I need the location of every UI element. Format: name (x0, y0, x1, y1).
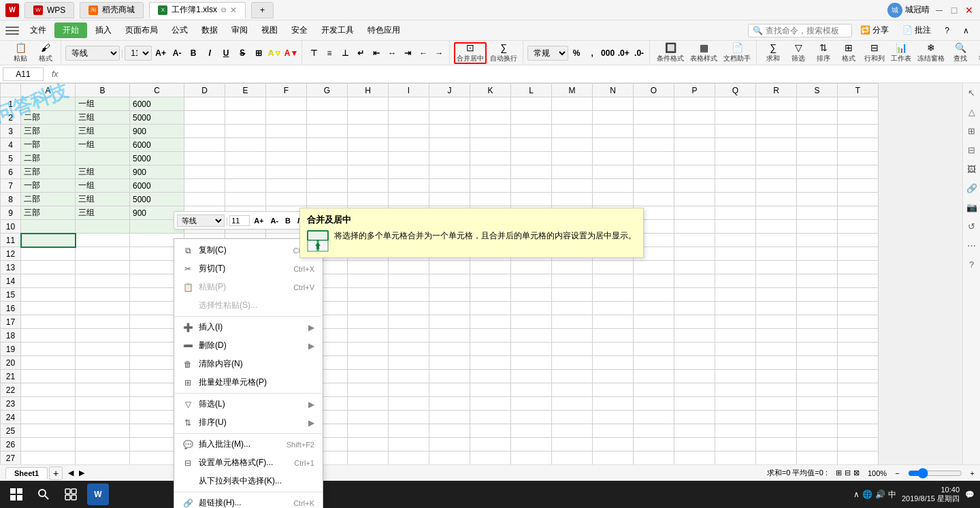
cell-3-extra13[interactable] (715, 125, 756, 138)
cell-24-extra13[interactable] (715, 411, 756, 424)
cell-3-extra16[interactable] (838, 125, 879, 138)
cell-6-extra16[interactable] (838, 165, 879, 179)
cell-4-extra8[interactable] (511, 138, 552, 152)
italic-button[interactable]: I (202, 46, 217, 61)
font-family-select[interactable]: 等线 (65, 46, 120, 61)
cell-19-extra5[interactable] (389, 343, 429, 356)
cell-13-extra6[interactable] (429, 261, 470, 274)
cell-21-extra15[interactable] (797, 370, 838, 383)
cell-4-extra2[interactable] (266, 138, 307, 152)
cell-24-extra8[interactable] (511, 411, 552, 424)
cell-20-extra7[interactable] (470, 356, 511, 370)
cell-21-extra16[interactable] (838, 370, 879, 383)
cell-8-extra10[interactable] (593, 193, 634, 206)
cell-24-extra9[interactable] (552, 411, 593, 424)
user-avatar[interactable]: 城 (887, 3, 902, 18)
cell-17-a[interactable] (21, 315, 76, 329)
col-header-r[interactable]: R (756, 84, 797, 97)
cell-5-extra11[interactable] (634, 152, 674, 165)
menu-security[interactable]: 安全 (286, 22, 313, 38)
cell-9-extra14[interactable] (756, 206, 797, 220)
cell-3-extra1[interactable] (225, 125, 266, 138)
cell-3-extra10[interactable] (593, 125, 634, 138)
cell-24-extra10[interactable] (593, 411, 634, 424)
cell-23-extra12[interactable] (674, 397, 715, 411)
cell-27-extra6[interactable] (429, 451, 470, 465)
cell-23-extra11[interactable] (634, 397, 674, 411)
align-right-button[interactable]: ⇥ (400, 46, 415, 61)
cell-3-extra7[interactable] (470, 125, 511, 138)
mini-font-select[interactable]: 等线 (177, 215, 225, 227)
cell-1-c[interactable]: 6000 (130, 97, 184, 111)
cell-6-extra12[interactable] (674, 165, 715, 179)
cell-27-extra13[interactable] (715, 451, 756, 465)
cell-17-extra7[interactable] (470, 315, 511, 329)
worksheet-button[interactable]: 📊 工作表 (888, 42, 914, 64)
search-taskbar-icon[interactable] (33, 483, 54, 505)
cell-7-extra0[interactable] (184, 179, 225, 193)
cell-1-extra14[interactable] (756, 97, 797, 111)
cell-8-extra4[interactable] (348, 193, 389, 206)
cell-8-extra16[interactable] (838, 193, 879, 206)
cell-19-a[interactable] (21, 343, 76, 356)
cell-5-extra12[interactable] (674, 152, 715, 165)
cell-22-a[interactable] (21, 383, 76, 397)
col-header-f[interactable]: F (266, 84, 307, 97)
cell-24-extra11[interactable] (634, 411, 674, 424)
cell-13-extra7[interactable] (470, 261, 511, 274)
cell-8-b[interactable]: 三组 (76, 193, 130, 206)
cell-25-extra14[interactable] (756, 424, 797, 438)
format-button[interactable]: 🖌 格式 (33, 42, 58, 64)
cell-19-extra13[interactable] (715, 343, 756, 356)
cell-13-b[interactable] (76, 261, 130, 274)
cell-18-a[interactable] (21, 329, 76, 343)
cell-14-a[interactable] (21, 274, 76, 288)
cell-25-extra15[interactable] (797, 424, 838, 438)
align-left-button[interactable]: ⇤ (369, 46, 384, 61)
cell-9-extra16[interactable] (838, 206, 879, 220)
cell-2-extra10[interactable] (593, 111, 634, 125)
menu-data[interactable]: 数据 (196, 22, 223, 38)
cell-1-extra7[interactable] (470, 97, 511, 111)
cell-3-extra8[interactable] (511, 125, 552, 138)
ctx-hyperlink[interactable]: 🔗 超链接(H)... Ctrl+K (174, 494, 323, 508)
cell-14-extra11[interactable] (634, 274, 674, 288)
cell-15-extra12[interactable] (674, 288, 715, 302)
cell-14-extra7[interactable] (470, 274, 511, 288)
number-format-select[interactable]: 常规 (527, 46, 568, 61)
expand-button[interactable]: ∧ (958, 24, 975, 37)
filter-button[interactable]: ▽ 筛选 (786, 42, 811, 64)
cell-reference-input[interactable] (3, 67, 44, 81)
menu-view[interactable]: 视图 (256, 22, 283, 38)
cell-22-extra14[interactable] (756, 383, 797, 397)
cell-21-extra13[interactable] (715, 370, 756, 383)
cell-17-extra9[interactable] (552, 315, 593, 329)
cell-13-extra14[interactable] (756, 261, 797, 274)
notification-icon[interactable]: 💬 (965, 490, 975, 499)
cell-21-extra11[interactable] (634, 370, 674, 383)
col-header-d[interactable]: D (184, 84, 225, 97)
cell-11-b[interactable] (76, 234, 130, 247)
col-header-q[interactable]: Q (715, 84, 756, 97)
cell-8-extra1[interactable] (225, 193, 266, 206)
cell-4-extra6[interactable] (429, 138, 470, 152)
cell-17-extra6[interactable] (429, 315, 470, 329)
cell-10-extra14[interactable] (756, 220, 797, 234)
cell-22-extra9[interactable] (552, 383, 593, 397)
cell-22-extra12[interactable] (674, 383, 715, 397)
cell-5-extra6[interactable] (429, 152, 470, 165)
sidebar-dots-icon[interactable]: ⋯ (965, 238, 979, 252)
cell-15-extra10[interactable] (593, 288, 634, 302)
comment-button[interactable]: 📄 批注 (897, 22, 936, 38)
cell-2-extra2[interactable] (266, 111, 307, 125)
cell-25-extra16[interactable] (838, 424, 879, 438)
cell-13-extra10[interactable] (593, 261, 634, 274)
cell-5-extra9[interactable] (552, 152, 593, 165)
cell-20-extra16[interactable] (838, 356, 879, 370)
cell-20-extra5[interactable] (389, 356, 429, 370)
cell-14-extra4[interactable] (348, 274, 389, 288)
cell-5-extra16[interactable] (838, 152, 879, 165)
cell-3-extra6[interactable] (429, 125, 470, 138)
maximize-button[interactable]: □ (949, 5, 960, 16)
cell-15-extra8[interactable] (511, 288, 552, 302)
